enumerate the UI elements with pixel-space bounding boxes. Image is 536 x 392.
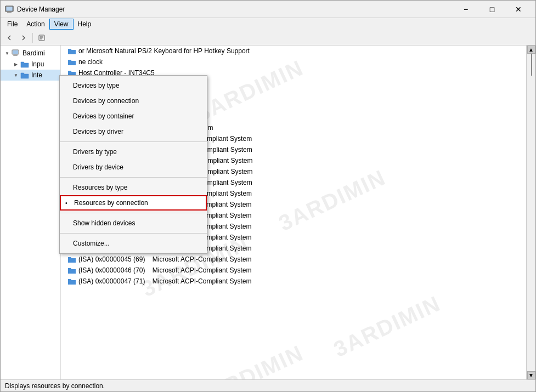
device-manager-window: Device Manager − □ ✕ File Action View He… (0, 0, 536, 392)
menu-item-label: Devices by container (73, 112, 134, 120)
tree-root[interactable]: ▼ Bardimi (1, 48, 60, 59)
svg-rect-2 (6, 7, 13, 11)
row-addr: (ISA) 0x00000045 (69) Microsoft ACPI-Com… (78, 255, 251, 263)
row-folder-icon (67, 47, 76, 55)
menu-resources-by-connection[interactable]: • Resources by connection (60, 195, 207, 211)
svg-rect-1 (7, 12, 12, 13)
menu-resources-by-type[interactable]: • Resources by type (60, 180, 207, 195)
menu-devices-by-container[interactable]: • Devices by container (60, 109, 207, 124)
computer-icon (12, 49, 20, 58)
menu-item-label: Drivers by type (73, 148, 117, 156)
menu-file[interactable]: File (3, 19, 22, 29)
tree-item-inte-label: Inte (31, 71, 42, 79)
tree-item-inpu[interactable]: ▶ Inpu (1, 59, 60, 70)
scroll-up-button[interactable]: ▲ (527, 46, 535, 54)
status-text: Displays resources by connection. (5, 382, 105, 390)
menu-separator-1 (60, 141, 207, 142)
menu-item-label: Resources by connection (74, 199, 148, 207)
window-title: Device Manager (17, 5, 453, 13)
tree-panel: ▼ Bardimi (1, 46, 61, 379)
row-folder-icon (67, 277, 76, 286)
menu-drivers-by-type[interactable]: • Drivers by type (60, 144, 207, 160)
row-addr: (ISA) 0x00000046 (70) Microsoft ACPI-Com… (78, 266, 251, 274)
toolbar-separator (32, 33, 33, 43)
isa-content-row[interactable]: (ISA) 0x00000045 (69) Microsoft ACPI-Com… (63, 254, 526, 265)
menu-item-label: Customize... (73, 240, 110, 247)
tree-root-toggle[interactable]: ▼ (3, 49, 12, 58)
menu-item-label: Show hidden devices (73, 219, 135, 227)
content-area: 3ARDIMIN 3ARDIMIN 3ARDIMIN 3ARDIMIN 3ARD… (1, 46, 535, 379)
minimize-button[interactable]: − (453, 1, 478, 18)
back-button[interactable] (3, 32, 16, 44)
tree-inte-toggle[interactable]: ▼ (12, 71, 20, 79)
tree-inpu-toggle[interactable]: ▶ (12, 60, 20, 69)
menu-drivers-by-device[interactable]: • Drivers by device (60, 160, 207, 175)
svg-rect-10 (14, 54, 17, 55)
toolbar (1, 30, 535, 46)
isa-content-row[interactable]: (ISA) 0x00000047 (71) Microsoft ACPI-Com… (63, 276, 526, 287)
content-row[interactable]: ne clock (63, 56, 526, 67)
status-bar: Displays resources by connection. (1, 379, 535, 391)
menu-devices-by-driver[interactable]: • Devices by driver (60, 124, 207, 139)
title-bar: Device Manager − □ ✕ (1, 1, 535, 18)
tree-root-label: Bardimi (22, 49, 45, 57)
menu-item-label: Devices by driver (73, 128, 123, 135)
content-row[interactable]: or Microsoft Natural PS/2 Keyboard for H… (63, 46, 526, 56)
view-dropdown-menu: • Devices by type • Devices by connectio… (59, 75, 207, 254)
scroll-thumb[interactable] (531, 54, 532, 76)
tree-container: ▼ Bardimi (1, 46, 60, 83)
row-text: ne clock (78, 58, 103, 66)
menu-bar: File Action View Help (1, 18, 535, 30)
folder-icon-inpu (20, 60, 29, 69)
row-folder-icon (67, 266, 76, 275)
scroll-down-button[interactable]: ▼ (527, 371, 535, 379)
menu-action[interactable]: Action (22, 19, 49, 29)
tree-item-inte[interactable]: ▼ Inte (1, 70, 60, 81)
svg-rect-9 (13, 50, 18, 54)
menu-help[interactable]: Help (74, 19, 96, 29)
menu-separator-2 (60, 177, 207, 178)
isa-content-row[interactable]: (ISA) 0x00000046 (70) Microsoft ACPI-Com… (63, 265, 526, 276)
menu-item-label: Drivers by device (73, 163, 123, 171)
forward-button[interactable] (17, 32, 30, 44)
scrollbar-right[interactable]: ▲ ▼ (526, 46, 535, 379)
menu-item-label: Devices by type (73, 82, 120, 89)
window-controls: − □ ✕ (453, 1, 531, 18)
row-addr: (ISA) 0x00000047 (71) Microsoft ACPI-Com… (78, 277, 251, 285)
tree-item-inpu-label: Inpu (31, 60, 44, 68)
menu-separator-3 (60, 213, 207, 213)
folder-icon-inte (20, 71, 29, 79)
row-folder-icon (67, 58, 76, 66)
menu-separator-4 (60, 233, 207, 234)
menu-devices-by-connection[interactable]: • Devices by connection (60, 93, 207, 109)
window-icon (5, 5, 14, 14)
svg-rect-11 (13, 55, 18, 56)
menu-show-hidden-devices[interactable]: • Show hidden devices (60, 215, 207, 231)
properties-button[interactable] (35, 32, 48, 44)
row-folder-icon (67, 255, 76, 264)
check-mark-active: • (65, 200, 67, 206)
maximize-button[interactable]: □ (479, 1, 505, 18)
menu-item-label: Resources by type (73, 184, 127, 191)
menu-view[interactable]: View (49, 19, 74, 30)
menu-customize[interactable]: • Customize... (60, 236, 207, 251)
main-panel: 3ARDIMIN 3ARDIMIN 3ARDIMIN 3ARDIMIN 3ARD… (1, 46, 535, 379)
close-button[interactable]: ✕ (506, 1, 531, 18)
menu-item-label: Devices by connection (73, 97, 139, 105)
row-text: or Microsoft Natural PS/2 Keyboard for H… (78, 47, 250, 55)
menu-devices-by-type[interactable]: • Devices by type (60, 78, 207, 93)
